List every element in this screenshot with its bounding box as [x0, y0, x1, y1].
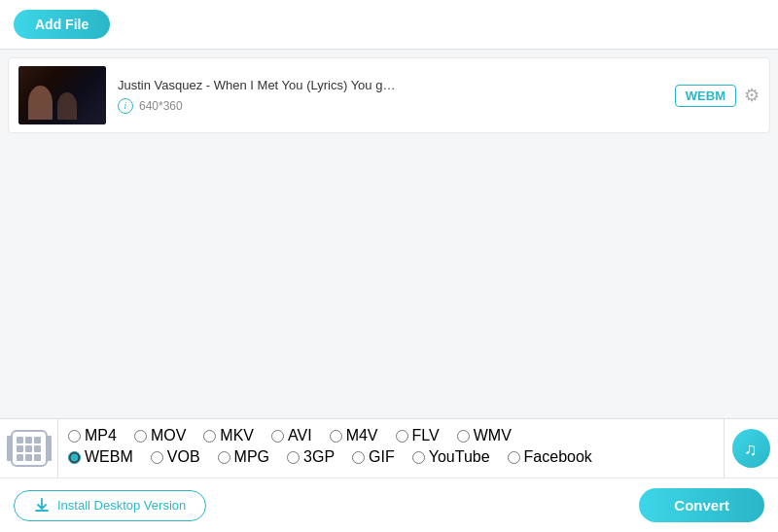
info-icon[interactable]: i [118, 98, 133, 114]
label-gif: GIF [369, 448, 395, 466]
add-file-button[interactable]: Add File [14, 10, 110, 39]
radio-wmv[interactable] [457, 430, 470, 443]
file-item: Justin Vasquez - When I Met You (Lyrics)… [8, 57, 770, 133]
settings-button[interactable]: ⚙ [744, 85, 760, 106]
format-row-1: MP4 MOV MKV AVI M4V FLV [68, 427, 714, 444]
format-option-facebook[interactable]: Facebook [508, 448, 592, 466]
radio-mkv[interactable] [203, 430, 216, 443]
format-option-mov[interactable]: MOV [134, 427, 186, 444]
convert-button[interactable]: Convert [639, 488, 764, 522]
radio-3gp[interactable] [287, 451, 300, 464]
format-icon-area [0, 419, 58, 478]
label-vob: VOB [167, 448, 200, 466]
format-option-3gp[interactable]: 3GP [287, 448, 335, 466]
format-badge: WEBM [675, 85, 736, 107]
label-webm: WEBM [85, 448, 133, 466]
format-row-2: WEBM VOB MPG 3GP GIF YouTube [68, 448, 714, 466]
label-mkv: MKV [220, 427, 254, 444]
label-facebook: Facebook [524, 448, 592, 466]
install-button[interactable]: Install Desktop Version [14, 490, 206, 521]
radio-gif[interactable] [352, 451, 365, 464]
label-m4v: M4V [346, 427, 378, 444]
format-option-avi[interactable]: AVI [271, 427, 312, 444]
file-actions: WEBM ⚙ [675, 85, 760, 107]
format-option-mpg[interactable]: MPG [218, 448, 269, 466]
radio-vob[interactable] [151, 451, 163, 464]
label-flv: FLV [412, 427, 440, 444]
radio-m4v[interactable] [330, 430, 342, 443]
label-youtube: YouTube [429, 448, 490, 466]
format-options: MP4 MOV MKV AVI M4V FLV [58, 419, 724, 478]
file-list: Justin Vasquez - When I Met You (Lyrics)… [0, 50, 778, 418]
film-icon [11, 430, 48, 467]
radio-webm[interactable] [68, 451, 81, 464]
music-icon-area: ♫ [724, 419, 778, 478]
radio-mp4[interactable] [68, 430, 81, 443]
file-info: Justin Vasquez - When I Met You (Lyrics)… [106, 78, 675, 114]
label-mov: MOV [151, 427, 186, 444]
file-resolution: 640*360 [139, 99, 183, 113]
label-3gp: 3GP [303, 448, 335, 466]
radio-mov[interactable] [134, 430, 147, 443]
label-wmv: WMV [474, 427, 512, 444]
format-option-mp4[interactable]: MP4 [68, 427, 117, 444]
format-option-webm[interactable]: WEBM [68, 448, 133, 466]
install-label: Install Desktop Version [57, 498, 186, 513]
bottom-bar: MP4 MOV MKV AVI M4V FLV [0, 418, 778, 478]
format-option-gif[interactable]: GIF [352, 448, 395, 466]
label-mp4: MP4 [85, 427, 117, 444]
thumbnail [18, 66, 106, 124]
header: Add File [0, 0, 778, 50]
format-option-flv[interactable]: FLV [396, 427, 440, 444]
gear-icon: ⚙ [744, 85, 760, 106]
svg-text:♫: ♫ [744, 440, 758, 459]
format-option-vob[interactable]: VOB [151, 448, 200, 466]
file-title: Justin Vasquez - When I Met You (Lyrics)… [118, 78, 565, 92]
footer-bar: Install Desktop Version Convert [0, 478, 778, 532]
label-avi: AVI [288, 427, 312, 444]
radio-flv[interactable] [396, 430, 408, 443]
radio-youtube[interactable] [412, 451, 425, 464]
music-icon[interactable]: ♫ [732, 429, 770, 468]
format-option-m4v[interactable]: M4V [330, 427, 378, 444]
radio-avi[interactable] [271, 430, 284, 443]
label-mpg: MPG [234, 448, 269, 466]
format-option-mkv[interactable]: MKV [203, 427, 254, 444]
download-icon [34, 498, 50, 514]
format-option-youtube[interactable]: YouTube [412, 448, 490, 466]
format-option-wmv[interactable]: WMV [457, 427, 512, 444]
radio-facebook[interactable] [508, 451, 520, 464]
file-meta: i 640*360 [118, 98, 663, 114]
music-note-icon: ♫ [741, 438, 762, 459]
radio-mpg[interactable] [218, 451, 230, 464]
